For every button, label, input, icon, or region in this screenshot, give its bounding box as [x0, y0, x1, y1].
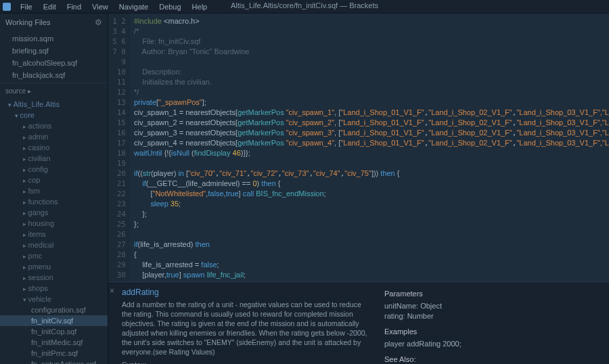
doc-param: rating: Number: [384, 311, 601, 321]
tree-folder[interactable]: functions: [0, 196, 108, 207]
tree-folder[interactable]: actions: [0, 120, 108, 131]
tree-folder[interactable]: admin: [0, 131, 108, 142]
tree-folder[interactable]: cop: [0, 175, 108, 185]
tree-folder[interactable]: session: [0, 272, 108, 283]
tree-folder[interactable]: shops: [0, 283, 108, 294]
gear-icon[interactable]: ⚙: [95, 18, 102, 27]
code-content[interactable]: #include <macro.h> /* File: fn_initCiv.s…: [130, 14, 609, 281]
working-file[interactable]: mission.sqm: [0, 32, 108, 45]
tree-folder[interactable]: pmenu: [0, 261, 108, 272]
tree-folder[interactable]: housing: [0, 218, 108, 229]
tree-folder[interactable]: gangs: [0, 207, 108, 218]
doc-params-head: Parameters: [384, 289, 601, 299]
doc-param: unitName: Object: [384, 301, 601, 311]
close-icon[interactable]: ×: [110, 286, 114, 296]
working-files-list: mission.sqm briefing.sqf fn_alcoholSleep…: [0, 31, 108, 83]
tree-folder[interactable]: items: [0, 229, 108, 240]
menu-view[interactable]: View: [87, 1, 114, 12]
menu-help[interactable]: Help: [187, 1, 213, 12]
doc-seealso-head: See Also:: [384, 355, 601, 364]
menu-edit[interactable]: Edit: [38, 1, 62, 12]
menubar: File Edit Find View Navigate Debug Help …: [0, 0, 609, 14]
menu-find[interactable]: Find: [62, 1, 87, 12]
tree-file[interactable]: fn_setupActions.sqf: [0, 359, 108, 364]
tree-file[interactable]: fn_initCop.sqf: [0, 326, 108, 337]
working-files-header: Working Files ⚙: [0, 14, 108, 31]
tree-folder[interactable]: vehicle: [0, 294, 108, 304]
working-file[interactable]: fn_alcoholSleep.sqf: [0, 57, 108, 69]
editor-area: 1 2 3 4 5 6 7 8 9 10 11 12 13 14 15 16 1…: [108, 14, 609, 364]
tree-folder[interactable]: casino: [0, 142, 108, 153]
doc-examples-head: Examples: [384, 327, 601, 337]
working-file[interactable]: fn_blackjack.sqf: [0, 69, 108, 81]
window-title: Altis_Life.Altis/core/fn_initCiv.sqf — B…: [231, 1, 378, 9]
working-files-label: Working Files: [5, 18, 50, 26]
doc-syntax-label: Syntax:: [122, 361, 371, 364]
doc-description: Add a number to the rating of a unit - n…: [122, 300, 371, 357]
tree-file[interactable]: fn_initPmc.sqf: [0, 348, 108, 359]
line-gutter: 1 2 3 4 5 6 7 8 9 10 11 12 13 14 15 16 1…: [108, 14, 130, 281]
tree-file[interactable]: fn_initCiv.sqf: [0, 315, 108, 326]
menu-debug[interactable]: Debug: [154, 1, 186, 12]
working-file[interactable]: briefing.sqf: [0, 45, 108, 57]
tree-folder[interactable]: config: [0, 164, 108, 175]
code-editor[interactable]: 1 2 3 4 5 6 7 8 9 10 11 12 13 14 15 16 1…: [108, 14, 609, 281]
sidebar: Working Files ⚙ mission.sqm briefing.sqf…: [0, 14, 108, 364]
menu-file[interactable]: File: [15, 1, 38, 12]
tree-folder[interactable]: pmc: [0, 250, 108, 261]
doc-panel: × addRating Add a number to the rating o…: [108, 281, 609, 364]
doc-title: addRating: [122, 288, 371, 297]
menu-navigate[interactable]: Navigate: [114, 1, 154, 12]
tree-file[interactable]: configuration.sqf: [0, 304, 108, 315]
tree-file[interactable]: fn_initMedic.sqf: [0, 337, 108, 348]
tree-root[interactable]: Altis_Life.Altis: [0, 99, 108, 110]
app-logo-icon: [3, 3, 11, 11]
tree-folder[interactable]: civilian: [0, 153, 108, 164]
file-tree: Altis_Life.Altis core actionsadmincasino…: [0, 99, 108, 364]
source-header[interactable]: source ▸: [0, 83, 108, 99]
doc-example: player addRating 2000;: [384, 339, 601, 349]
tree-folder[interactable]: fsm: [0, 185, 108, 196]
tree-folder[interactable]: medical: [0, 240, 108, 250]
tree-folder-core[interactable]: core: [0, 110, 108, 120]
